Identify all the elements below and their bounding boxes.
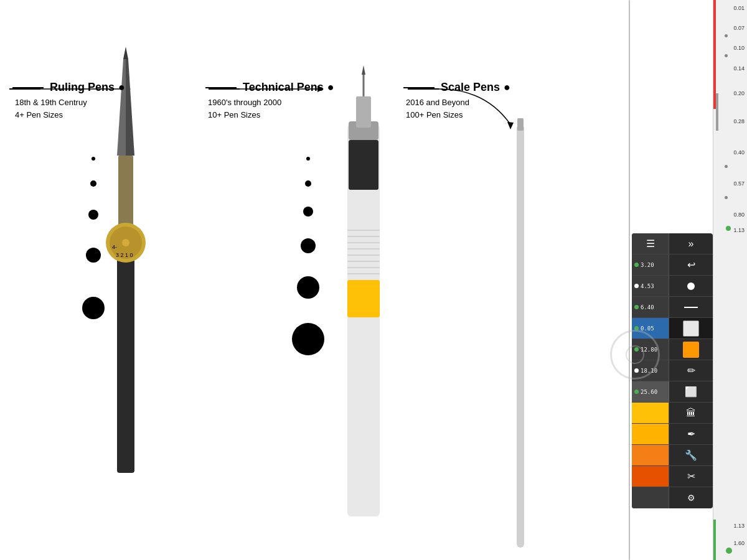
eraser-icon[interactable]: ⬜	[669, 381, 713, 402]
ruler-dot-3	[725, 165, 728, 168]
size-25.60: 25.60	[632, 381, 669, 402]
svg-marker-24	[362, 65, 365, 75]
scale-pen-subtitle: 2016 and Beyond 100+ Pen Sizes	[403, 96, 510, 121]
dot-green-1	[634, 263, 639, 267]
svg-point-37	[88, 210, 98, 220]
ruler-value-007: 0.07	[733, 25, 745, 31]
ruler-value-160: 1.60	[733, 540, 745, 546]
tool-bottom-row: ⚙	[632, 487, 713, 508]
ruler-dot-113	[726, 226, 731, 231]
dark-yellow-swatch[interactable]	[632, 445, 669, 465]
ruling-pen-title: Ruling Pens ●	[12, 81, 125, 94]
white-swatch[interactable]	[669, 318, 713, 338]
tool-line-row: 6.40	[632, 297, 713, 318]
svg-point-12	[122, 239, 129, 246]
svg-point-42	[303, 207, 313, 217]
dark-orange-swatch[interactable]	[632, 466, 669, 487]
tool-yellow2-row: ✒	[632, 424, 713, 445]
ruler-value-057: 0.57	[733, 180, 745, 187]
svg-marker-17	[123, 47, 128, 59]
yellow-swatch-1[interactable]	[632, 403, 669, 423]
dot-white-1	[634, 284, 639, 288]
pencil-icon[interactable]: ✏	[669, 360, 713, 381]
tool-dot-row: 4.53	[632, 276, 713, 297]
svg-rect-8	[117, 236, 134, 473]
size-4.53: 4.53	[632, 276, 669, 296]
svg-text:3 2 1 0: 3 2 1 0	[116, 252, 133, 258]
ruler-value-080: 0.80	[733, 212, 745, 218]
watermark-inner	[626, 345, 644, 364]
technical-pen-title: Technical Pens ●	[205, 81, 334, 94]
orange-swatch[interactable]	[669, 339, 713, 360]
ruler-value-028: 0.28	[733, 118, 745, 124]
ruler-dot-2	[725, 54, 728, 57]
svg-point-36	[90, 180, 96, 187]
svg-point-11	[110, 226, 142, 259]
hammer-icon[interactable]: 🔧	[669, 445, 713, 465]
tool-orange2-row: ✂	[632, 466, 713, 487]
blade-icon[interactable]: ✂	[669, 466, 713, 487]
svg-rect-18	[347, 124, 380, 516]
pen-icon[interactable]: ✒	[669, 424, 713, 444]
tool-eraser-row: 25.60 ⬜	[632, 381, 713, 403]
ruler-dot-1	[725, 34, 728, 37]
menu-icon[interactable]: ☰	[632, 233, 669, 254]
svg-rect-33	[517, 124, 524, 548]
svg-point-40	[306, 157, 310, 161]
svg-rect-34	[517, 118, 524, 131]
ruler-value-001: 0.01	[733, 5, 745, 11]
main-content: 4- 3 2 1 0	[0, 0, 598, 560]
vertical-timeline	[629, 0, 630, 560]
scale-pen-title: Scale Pens ●	[403, 81, 510, 94]
ruler-value-113b: 1.13	[733, 523, 745, 529]
svg-marker-4	[125, 86, 131, 92]
svg-point-35	[92, 157, 95, 161]
ruler-value-040: 0.40	[733, 149, 745, 156]
svg-point-44	[297, 276, 319, 299]
tool-yellow1-row: 🏛	[632, 403, 713, 424]
ruler-value-020: 0.20	[733, 90, 745, 96]
svg-point-43	[301, 238, 316, 253]
svg-rect-19	[349, 121, 378, 140]
tool-darkyellow-row: 🔧	[632, 445, 713, 466]
ruler-dot-bottom	[726, 548, 732, 554]
svg-marker-16	[126, 59, 134, 156]
tool-undo-row: 3.20 ↩	[632, 254, 713, 276]
settings-icon[interactable]: ⚙	[669, 487, 713, 508]
size-3.20: 3.20	[632, 254, 669, 275]
collapse-icon[interactable]: »	[669, 233, 713, 254]
svg-point-38	[86, 248, 101, 263]
green-bar-bottom	[713, 520, 716, 560]
ruler-value-010: 0.10	[733, 45, 745, 51]
svg-point-41	[305, 180, 311, 187]
ruler-value-014: 0.14	[733, 65, 745, 72]
gray-bar	[716, 93, 718, 131]
red-bar	[713, 0, 716, 109]
ruler-strip: 0.01 0.07 0.10 0.14 0.20 0.28 0.40 0.57 …	[713, 0, 747, 560]
scale-pen-label: Scale Pens ● 2016 and Beyond 100+ Pen Si…	[403, 81, 510, 121]
svg-point-45	[292, 323, 324, 355]
dot-green-2	[634, 305, 639, 309]
svg-point-39	[82, 297, 105, 319]
ruling-pen-subtitle: 18th & 19th Centruy 4+ Pen Sizes	[12, 96, 125, 121]
line-tool-icon[interactable]	[669, 297, 713, 317]
ruling-pen-label: Ruling Pens ● 18th & 19th Centruy 4+ Pen…	[12, 81, 125, 121]
dot-tool-icon[interactable]	[669, 276, 713, 296]
empty-swatch	[632, 487, 669, 508]
technical-pen-subtitle: 1960's through 2000 10+ Pen Sizes	[205, 96, 334, 121]
svg-rect-9	[118, 156, 133, 243]
technical-pen-label: Technical Pens ● 1960's through 2000 10+…	[205, 81, 334, 121]
tool-top-row: ☰ »	[632, 233, 713, 254]
svg-rect-20	[347, 280, 380, 317]
svg-rect-21	[349, 140, 378, 190]
ruler-dot-4	[725, 196, 728, 199]
yellow-swatch-2[interactable]	[632, 424, 669, 444]
watermark-circle	[610, 330, 660, 380]
svg-text:4-: 4-	[112, 244, 117, 250]
dot-green-5	[634, 390, 639, 394]
svg-point-10	[106, 223, 146, 263]
stamp-icon[interactable]: 🏛	[669, 403, 713, 423]
undo-icon[interactable]: ↩	[669, 254, 713, 275]
ruler-value-113a: 1.13	[733, 227, 745, 233]
right-panel: 0.01 0.07 0.10 0.14 0.20 0.28 0.40 0.57 …	[598, 0, 747, 560]
